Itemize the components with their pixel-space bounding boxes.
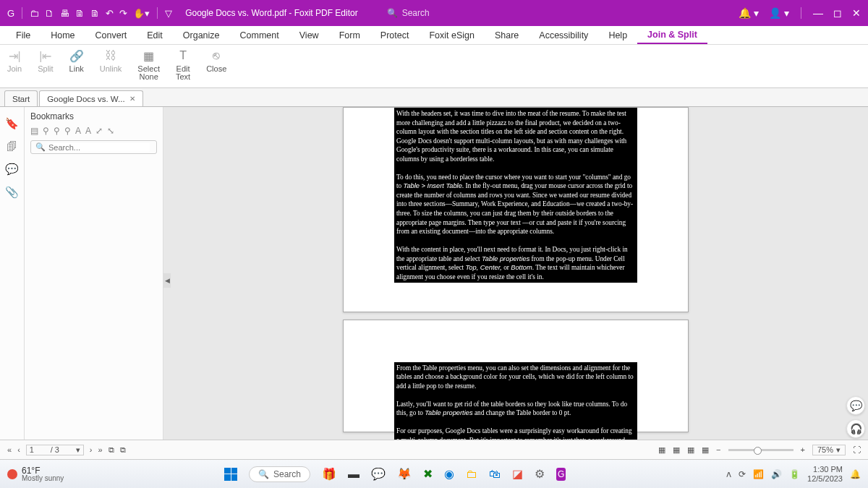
taskbar-foxit-icon[interactable]: G (556, 468, 566, 481)
pages-icon[interactable]: 🗐 (7, 140, 17, 153)
layout2-icon[interactable]: ▦ (673, 445, 680, 455)
taskbar-xbox-icon[interactable]: ✖ (423, 467, 433, 481)
save-icon[interactable]: 🗋 (45, 8, 54, 19)
zoom-slider[interactable] (728, 449, 793, 451)
ribbon-cmd-unlink[interactable]: ⛓Unlink (100, 48, 122, 73)
layout3-icon[interactable]: ▦ (687, 445, 694, 455)
ribbon-tab-convert[interactable]: Convert (85, 26, 137, 44)
taskbar-search[interactable]: 🔍 Search (249, 466, 310, 482)
tray-notifications-icon[interactable]: 🔔 (850, 469, 861, 479)
prev-page-icon[interactable]: ‹ (17, 445, 20, 454)
bmk-exp-icon[interactable]: ⚲ (64, 126, 71, 136)
taskbar-firefox-icon[interactable]: 🦊 (397, 467, 412, 481)
bmk-a2-icon[interactable]: A (85, 126, 91, 136)
taskbar-app1-icon[interactable]: ▬ (348, 468, 359, 481)
undo-icon[interactable]: ↶ (106, 8, 114, 19)
ribbon-cmd-select[interactable]: ▦SelectNone (137, 48, 160, 81)
document-tab[interactable]: Google Docs vs. W...✕ (39, 90, 142, 106)
bmk-del-icon[interactable]: ⚲ (54, 126, 60, 136)
doc-icon[interactable]: 🗎 (75, 8, 85, 19)
bmk-add-icon[interactable]: ⚲ (43, 126, 49, 136)
tray-battery-icon[interactable]: 🔋 (789, 469, 800, 479)
last-page-icon[interactable]: » (98, 445, 102, 454)
close-window-icon[interactable]: ✕ (852, 7, 861, 19)
chevron-down-icon[interactable]: ▾ (76, 445, 80, 455)
title-bar: G 🗀 🗋 🖶 🗎 🗎 ↶ ↷ ✋▾ ▽ Google Docs vs. Wor… (0, 0, 868, 26)
tray-volume-icon[interactable]: 🔊 (771, 469, 782, 479)
comments-icon[interactable]: 💬 (5, 163, 19, 176)
redo-icon[interactable]: ↷ (119, 8, 127, 19)
print-icon[interactable]: 🖶 (60, 8, 69, 19)
dropdown-icon[interactable]: ▽ (165, 8, 172, 19)
taskbar-store-icon[interactable]: 🛍 (489, 468, 501, 481)
doc2-icon[interactable]: 🗎 (90, 8, 100, 19)
page-input[interactable]: 1 / 3 ▾ (26, 445, 84, 455)
ribbon-tab-home[interactable]: Home (41, 26, 85, 44)
ribbon-tab-join-split[interactable]: Join & Split (637, 26, 707, 44)
layout4-icon[interactable]: ▦ (702, 445, 709, 455)
bmk-collapse-icon[interactable]: ⤡ (107, 126, 114, 136)
taskbar-clock[interactable]: 1:30 PM 12/5/2023 (807, 465, 843, 482)
first-page-icon[interactable]: « (7, 445, 12, 454)
attachments-icon[interactable]: 📎 (5, 186, 19, 199)
taskbar-explorer-icon[interactable]: 🗀 (466, 468, 477, 481)
close-tab-icon[interactable]: ✕ (129, 95, 135, 103)
layout1-icon[interactable]: ▦ (658, 445, 665, 455)
zoom-value[interactable]: 75% ▾ (812, 445, 846, 455)
ribbon-tab-organize[interactable]: Organize (173, 26, 230, 44)
view2-icon[interactable]: ⧉ (120, 445, 126, 455)
open-icon[interactable]: 🗀 (30, 8, 39, 19)
start-icon[interactable] (224, 468, 237, 481)
ribbon-tab-protect[interactable]: Protect (370, 26, 420, 44)
bookmarks-search[interactable]: 🔍 (30, 140, 157, 154)
bookmarks-icon[interactable]: 🔖 (5, 117, 19, 130)
taskbar-weather[interactable]: 61°F Mostly sunny (7, 466, 64, 482)
tray-sync-icon[interactable]: ⟳ (739, 469, 746, 479)
bmk-expand-icon[interactable]: ⤢ (95, 126, 103, 136)
ribbon-tab-edit[interactable]: Edit (137, 26, 173, 44)
taskbar-app2-icon[interactable]: ◪ (512, 467, 523, 481)
user-icon[interactable]: 👤 ▾ (769, 7, 789, 19)
fullscreen-icon[interactable]: ⛶ (853, 445, 861, 454)
zoom-out-icon[interactable]: − (716, 445, 720, 454)
ribbon-tab-comment[interactable]: Comment (230, 26, 289, 44)
headset-icon[interactable]: 🎧 (846, 419, 865, 438)
collapse-panel-icon[interactable]: ◀ (163, 273, 171, 288)
bell-icon[interactable]: 🔔 ▾ (739, 7, 759, 19)
app-logo-icon: G (7, 8, 14, 19)
ribbon-cmd-edit[interactable]: TEditText (176, 48, 190, 81)
taskbar-chat-icon[interactable]: 💬 (371, 467, 386, 481)
bookmarks-search-input[interactable] (48, 143, 150, 152)
bmk-tool-icon[interactable]: ▤ (30, 126, 38, 136)
ribbon-tab-file[interactable]: File (6, 26, 41, 44)
document-tab[interactable]: Start (4, 90, 38, 106)
hand-icon[interactable]: ✋▾ (133, 8, 150, 19)
tray-wifi-icon[interactable]: 📶 (753, 469, 764, 479)
bmk-a1-icon[interactable]: A (75, 126, 81, 136)
ribbon-tab-foxit-esign[interactable]: Foxit eSign (419, 26, 485, 44)
ribbon-cmd-join[interactable]: ⇥|Join (7, 48, 22, 73)
view1-icon[interactable]: ⧉ (109, 445, 114, 455)
tray-chevron-icon[interactable]: ʌ (726, 469, 731, 479)
maximize-icon[interactable]: ◻ (833, 7, 842, 19)
taskbar-gift-icon[interactable]: 🎁 (322, 467, 336, 481)
minimize-icon[interactable]: — (813, 7, 823, 19)
taskbar-edge-icon[interactable]: ◉ (444, 467, 454, 481)
zoom-in-icon[interactable]: + (801, 445, 805, 454)
ribbon-tab-form[interactable]: Form (329, 26, 370, 44)
ribbon-cmd-close[interactable]: ⎋Close (206, 48, 226, 73)
ribbon-cmd-split[interactable]: |⇤Split (38, 48, 53, 73)
next-page-icon[interactable]: › (90, 445, 93, 454)
ribbon-cmd-link[interactable]: 🔗Link (69, 48, 84, 73)
ribbon-tab-accessibility[interactable]: Accessibility (529, 26, 598, 44)
document-viewer[interactable]: ◀ With the headers set, it was time to d… (163, 107, 868, 440)
title-search-input[interactable] (402, 8, 511, 18)
ribbon-tab-share[interactable]: Share (485, 26, 529, 44)
taskbar-settings-icon[interactable]: ⚙ (535, 467, 545, 481)
chat-help-icon[interactable]: 💬 (846, 396, 865, 415)
chevron-down-icon[interactable]: ▾ (836, 445, 841, 455)
title-search[interactable]: 🔍 (387, 8, 633, 18)
zoom-text: 75% (817, 445, 833, 454)
ribbon-tab-help[interactable]: Help (598, 26, 637, 44)
ribbon-tab-view[interactable]: View (289, 26, 329, 44)
